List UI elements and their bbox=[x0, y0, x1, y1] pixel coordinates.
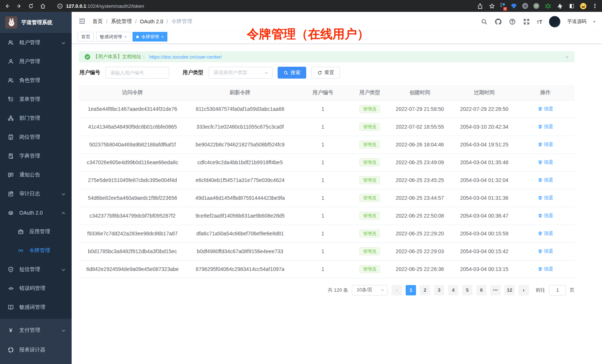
puzzle-extensions-icon[interactable] bbox=[556, 3, 563, 9]
sidebar-item-oauth2[interactable]: OAuth 2.0 bbox=[0, 203, 72, 222]
force-logout-button[interactable]: 强退 bbox=[538, 195, 553, 201]
prev-page-button[interactable]: ‹ bbox=[392, 285, 402, 295]
sidebar-item-label: 应用管理 bbox=[29, 228, 50, 235]
user-id-cell: 1 bbox=[294, 118, 352, 136]
user-type-placeholder: 请选择用户类型 bbox=[213, 69, 247, 76]
user-type-select[interactable]: 请选择用户类型 bbox=[209, 67, 272, 79]
force-logout-button[interactable]: 强退 bbox=[538, 212, 553, 219]
page-button-1[interactable]: 1 bbox=[406, 285, 416, 295]
page-size-select[interactable]: 10条/页 bbox=[352, 285, 388, 295]
emoji-extension-icon[interactable] bbox=[580, 3, 586, 9]
force-logout-button[interactable]: 强退 bbox=[538, 248, 553, 255]
user-caret-icon[interactable]: ▾ bbox=[593, 19, 595, 24]
tab-close-icon[interactable]: × bbox=[161, 34, 163, 39]
force-logout-button[interactable]: 强退 bbox=[538, 141, 553, 148]
user-id-cell: 1 bbox=[294, 207, 352, 225]
page-button-4[interactable]: 4 bbox=[448, 285, 458, 295]
reset-button[interactable]: 重置 bbox=[311, 67, 340, 79]
share-icon[interactable] bbox=[477, 3, 483, 9]
browser-menu-icon[interactable]: ⋮ bbox=[592, 3, 598, 9]
tab-label: 首页 bbox=[81, 34, 90, 40]
next-page-button[interactable]: › bbox=[518, 285, 529, 295]
search-icon[interactable] bbox=[480, 18, 488, 25]
username[interactable]: 芋道源码 bbox=[567, 18, 586, 25]
gem-extension-icon[interactable] bbox=[510, 3, 517, 9]
page-button-5[interactable]: 5 bbox=[462, 285, 472, 295]
doc-link[interactable]: https://doc.iocoder.cn/user-center/ bbox=[149, 54, 222, 60]
sidebar-item-report-designer[interactable]: 报表设计器 bbox=[0, 340, 72, 360]
sidebar-item-user[interactable]: 用户管理 bbox=[0, 52, 72, 71]
breadcrumb-home[interactable]: 首页 bbox=[92, 18, 103, 25]
extension-blocks-icon[interactable]: 9 bbox=[500, 3, 505, 9]
tab-home[interactable]: 首页 bbox=[78, 32, 94, 42]
annotation-title: 令牌管理（在线用户） bbox=[247, 26, 369, 43]
more-pages-button[interactable]: ••• bbox=[490, 285, 501, 295]
sidebar-item-role[interactable]: 角色管理 bbox=[0, 71, 72, 90]
sidebar-item-label: 错误码管理 bbox=[19, 285, 45, 292]
page-button-2[interactable]: 2 bbox=[420, 285, 430, 295]
breadcrumb-oauth2[interactable]: OAuth 2.0 bbox=[140, 19, 163, 24]
reload-icon[interactable] bbox=[27, 3, 34, 9]
user-type-badge: 管理员 bbox=[359, 247, 380, 255]
sidebar-item-label: 角色管理 bbox=[19, 77, 40, 84]
access-token-cell: 6d842e2924594de9a09e45e087323abe bbox=[79, 260, 186, 278]
sidebar-item-dict[interactable]: 字典管理 bbox=[0, 146, 72, 165]
sidebar-item-post[interactable]: 岗位管理 bbox=[0, 128, 72, 146]
goto-page-input[interactable] bbox=[549, 285, 566, 295]
force-logout-button[interactable]: 强退 bbox=[538, 177, 553, 183]
sidebar-item-audit-log[interactable]: 审计日志 bbox=[0, 184, 72, 203]
tab-close-icon[interactable]: × bbox=[124, 34, 127, 39]
tab-token-mgmt[interactable]: 令牌管理 × bbox=[132, 32, 167, 42]
help-icon[interactable] bbox=[508, 18, 516, 25]
force-logout-button[interactable]: 强退 bbox=[538, 230, 553, 237]
force-logout-button[interactable]: 强退 bbox=[538, 106, 553, 112]
alert-close-icon[interactable]: × bbox=[565, 54, 569, 60]
user-id-cell: 1 bbox=[294, 189, 352, 207]
goto-label: 前往 bbox=[536, 287, 545, 294]
command-extension-icon[interactable] bbox=[522, 3, 528, 9]
tab-sensitive-words[interactable]: 敏感词管理 × bbox=[96, 32, 130, 42]
access-token-cell: f9336e7c7dd242a283ee98dc86b17a87 bbox=[79, 225, 186, 242]
search-button[interactable]: 搜索 bbox=[278, 67, 306, 79]
breadcrumb-separator: / bbox=[106, 19, 108, 24]
forward-icon[interactable] bbox=[16, 3, 22, 9]
fullscreen-icon[interactable] bbox=[523, 18, 530, 25]
sidebar-item-token-mgmt[interactable]: 令牌管理 bbox=[0, 241, 72, 260]
sidebar-item-dept[interactable]: 部门管理 bbox=[0, 109, 72, 128]
green-dot-extension-icon[interactable] bbox=[533, 3, 539, 9]
col-access-token: 访问令牌 bbox=[79, 85, 186, 100]
avatar[interactable] bbox=[549, 16, 560, 27]
force-logout-button[interactable]: 强退 bbox=[538, 159, 553, 166]
sidebar-fold-icon[interactable] bbox=[78, 17, 86, 26]
user-id-input[interactable] bbox=[105, 67, 169, 79]
font-size-icon[interactable]: TT bbox=[537, 19, 542, 25]
page-button-12[interactable]: 12 bbox=[504, 285, 515, 295]
bookmark-star-icon[interactable] bbox=[488, 3, 495, 9]
address-bar[interactable]: 127.0.0.1:1024/system/oauth2/token bbox=[51, 3, 471, 9]
sidebar-item-sms[interactable]: 短信管理 bbox=[0, 260, 72, 279]
table-row: b0d1785bc3a8482f812db4a3f3bd15ec b0df498… bbox=[79, 242, 575, 260]
home-icon[interactable] bbox=[39, 3, 46, 9]
sidebar-item-label: OAuth 2.0 bbox=[19, 210, 43, 216]
sidebar-logo[interactable]: 芋道管理系统 bbox=[0, 12, 72, 33]
back-icon[interactable] bbox=[4, 3, 10, 9]
access-token-cell: 502375b8040a469a9b82188afdf6af1f bbox=[79, 136, 186, 153]
force-logout-button[interactable]: 强退 bbox=[538, 266, 553, 272]
page-info-icon[interactable] bbox=[56, 3, 63, 9]
created-cell: 2022-06-25 22:50:08 bbox=[387, 207, 452, 225]
sidebar-item-payment[interactable]: ¥ 支付管理 bbox=[0, 320, 72, 340]
sidebar-item-notice[interactable]: 通知公告 bbox=[0, 165, 72, 184]
breadcrumb-system[interactable]: 系统管理 bbox=[111, 18, 132, 25]
sidebar-item-sensitive-words[interactable]: 敏感词管理 bbox=[0, 298, 72, 317]
github-icon[interactable] bbox=[494, 18, 502, 25]
green-star-extension-icon[interactable] bbox=[544, 3, 551, 9]
sidebar-item-tenant[interactable]: 租户管理 bbox=[0, 33, 72, 52]
refresh-token-cell: cdfc4ce9c2da4bb1bdf21b9918ff4be5 bbox=[186, 153, 294, 171]
sidebar-item-error-code[interactable]: </> 错误码管理 bbox=[0, 279, 72, 298]
split-screen-icon[interactable] bbox=[568, 3, 575, 9]
sidebar-item-menu-mgmt[interactable]: 菜单管理 bbox=[0, 90, 72, 109]
page-button-6[interactable]: 6 bbox=[476, 285, 487, 295]
force-logout-button[interactable]: 强退 bbox=[538, 123, 553, 130]
sidebar-item-app-mgmt[interactable]: 应用管理 bbox=[0, 222, 72, 241]
page-button-3[interactable]: 3 bbox=[434, 285, 444, 295]
